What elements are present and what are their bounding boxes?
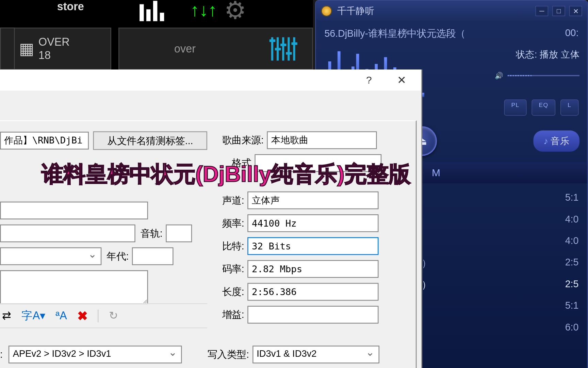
genre-combo[interactable] — [0, 247, 101, 265]
source-input[interactable] — [267, 131, 377, 149]
bits-label: 比特: — [222, 240, 244, 253]
refresh-icon[interactable]: ↻ — [109, 309, 118, 322]
bars-icon — [140, 0, 165, 21]
read-order-combo[interactable]: APEv2 > ID3v2 > ID3v1 — [9, 346, 182, 363]
playback-status: 状态: 播放 立体 — [516, 48, 579, 61]
comment-input[interactable] — [0, 270, 148, 304]
store-label: store — [57, 0, 84, 13]
now-playing-time: 00: — [565, 27, 579, 41]
playlist-button[interactable]: PL — [504, 99, 526, 116]
grid-icon: ▦ — [19, 40, 34, 58]
source-label: 歌曲来源: — [222, 134, 264, 147]
bg-tile-left — [0, 28, 15, 70]
now-playing: 56.DjBilly-谁料皇榜中状元选段（ 00: — [316, 21, 587, 46]
gain-input[interactable] — [248, 306, 379, 323]
over-label: over — [174, 42, 196, 56]
length-input[interactable] — [248, 283, 379, 301]
dialog-titlebar[interactable]: ? ✕ — [0, 70, 421, 91]
gear-icon[interactable]: ⚙ — [224, 0, 246, 25]
write-type-label: 写入类型: — [208, 348, 249, 361]
minimize-icon[interactable]: ─ — [536, 6, 548, 16]
read-label: : — [0, 349, 3, 361]
freq-label: 频率: — [222, 217, 244, 230]
now-playing-title: 56.DjBilly-谁料皇榜中状元选段（ — [324, 27, 466, 41]
gain-label: 增益: — [222, 308, 244, 321]
path-input[interactable] — [0, 132, 89, 150]
font-case-icon[interactable]: 字A▾ — [21, 308, 45, 323]
tag-toolbar: ⇄ 字A▾ ªA ✖ ↻ — [0, 303, 207, 328]
music-tab[interactable]: 音乐 — [533, 131, 579, 152]
freq-input[interactable] — [248, 214, 379, 232]
field-1[interactable] — [0, 202, 148, 219]
close-icon[interactable]: ✕ — [397, 74, 406, 87]
bits-input[interactable] — [248, 237, 379, 255]
help-icon[interactable]: ? — [366, 74, 372, 86]
ttplayer-title: 千千静听 — [337, 5, 374, 17]
maximize-icon[interactable]: □ — [552, 6, 565, 16]
properties-dialog: ? ✕ 从文件名猜测标签... 音轨: 年代: — [0, 70, 422, 368]
track-input[interactable] — [166, 225, 192, 242]
guess-tags-button[interactable]: 从文件名猜测标签... — [93, 131, 207, 150]
volume-slider[interactable] — [508, 75, 579, 76]
close-icon[interactable]: ✕ — [569, 6, 582, 16]
over18-num: 18 — [38, 49, 70, 62]
over-tile[interactable]: over — [118, 28, 313, 70]
length-label: 长度: — [222, 285, 244, 298]
field-2[interactable] — [0, 225, 135, 242]
over18-label: OVER — [38, 35, 70, 49]
background-app: store ↑↓↑ ⚙ ▦ OVER 18 over — [0, 0, 313, 70]
lyric-button[interactable]: L — [560, 99, 578, 116]
tag-tool-icon[interactable]: ⇄ — [2, 309, 11, 322]
write-type-combo[interactable]: ID3v1 & ID3v2 — [252, 346, 379, 363]
over18-tile[interactable]: ▦ OVER 18 — [14, 28, 111, 70]
speaker-icon: 🔊 — [495, 72, 503, 80]
pl-m-icon[interactable]: M — [432, 167, 440, 179]
ttplayer-logo-icon — [321, 5, 332, 16]
font-convert-icon[interactable]: ªA — [55, 309, 67, 322]
channel-label: 声道: — [222, 194, 244, 207]
eq-button[interactable]: EQ — [532, 99, 555, 116]
bitrate-input[interactable] — [248, 260, 379, 278]
tab-panel: 从文件名猜测标签... 音轨: 年代: — [0, 120, 416, 368]
track-label: 音轨: — [141, 227, 163, 240]
sliders-icon: ↑↓↑ — [190, 0, 217, 20]
volume-control[interactable]: 🔊 — [495, 72, 579, 80]
equalizer-icon — [271, 37, 295, 60]
ttplayer-titlebar[interactable]: 千千静听 ─ □ ✕ — [316, 1, 587, 21]
clear-icon[interactable]: ✖ — [77, 308, 88, 323]
channel-input[interactable] — [248, 191, 379, 209]
year-label: 年代: — [107, 250, 129, 263]
overlay-title: 谁料皇榜中状元(DjBilly纯音乐)完整版 — [42, 160, 410, 189]
bitrate-label: 码率: — [222, 262, 244, 276]
year-input[interactable] — [132, 247, 174, 265]
